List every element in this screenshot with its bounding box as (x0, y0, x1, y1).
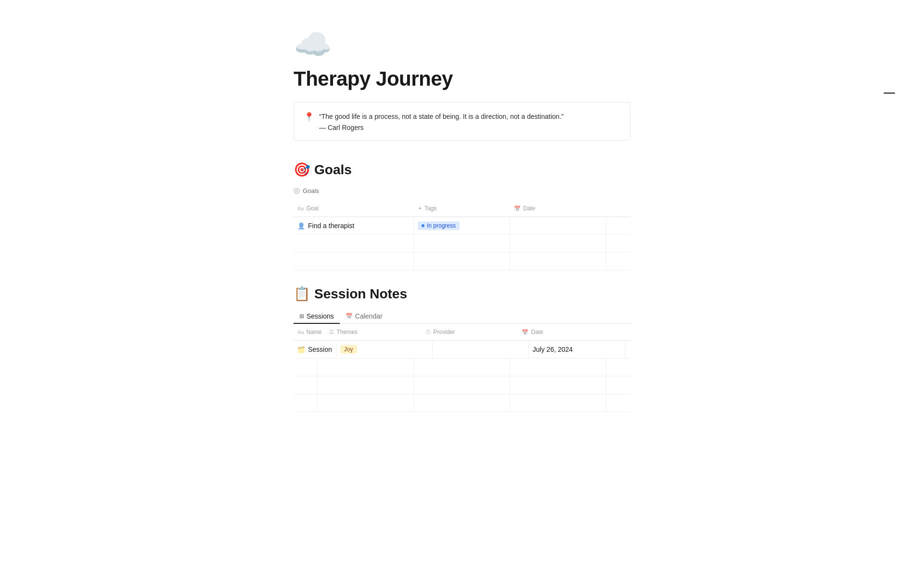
sessions-col-themes: ☰ Themes (325, 327, 422, 337)
sessions-heading: 📋 Session Notes (294, 286, 630, 302)
table-row (294, 253, 630, 270)
session-extra-cell (625, 341, 649, 358)
goal-extra-cell (606, 217, 630, 234)
sessions-col-date: 📅 Date (518, 327, 614, 337)
goals-table-header: Aa Goal ✦ Tags 📅 Date (294, 200, 630, 217)
session-name: 🗂️ Session (297, 346, 332, 353)
session-date-cell[interactable]: July 26, 2024 (529, 341, 625, 358)
page-container: ☁️ Therapy Journey 📍 “The good life is a… (294, 0, 630, 577)
empty-name-cell (294, 253, 414, 270)
joy-badge: Joy (340, 345, 357, 354)
sessions-tabs: ⊞ Sessions 📅 Calendar (294, 309, 630, 324)
quote-emoji: 📍 (304, 112, 314, 122)
empty-date-cell (510, 253, 606, 270)
quote-text: “The good life is a process, not a state… (319, 111, 564, 122)
table-row (294, 359, 630, 376)
goals-db-label-text: Goals (303, 187, 319, 194)
empty-name-cell (294, 235, 414, 252)
sessions-tab-icon: ⊞ (299, 313, 304, 320)
empty-date-cell (510, 235, 606, 252)
svg-point-0 (294, 188, 299, 193)
sessions-col-extra (614, 327, 638, 337)
goals-emoji: 🎯 (294, 162, 310, 178)
quote-author: — Carl Rogers (319, 124, 564, 131)
sessions-table-header: Aa Name ☰ Themes ⏱ Provider 📅 Date (294, 324, 630, 341)
calendar-tab-icon: 📅 (346, 313, 353, 320)
goal-name-cell[interactable]: 👤 Find a therapist (294, 217, 414, 234)
empty-extra-cell (606, 235, 630, 252)
tab-calendar[interactable]: 📅 Calendar (340, 309, 388, 324)
session-provider-cell[interactable] (433, 341, 529, 358)
tab-calendar-label: Calendar (355, 312, 383, 320)
sessions-heading-text: Session Notes (314, 286, 407, 302)
sessions-col-name: Aa Name (294, 327, 325, 337)
goals-col-date: 📅 Date (510, 203, 606, 214)
folder-icon: 🗂️ (297, 346, 305, 353)
table-row[interactable]: 🗂️ Session Joy July 26, 2024 (294, 341, 630, 359)
empty-tags-cell (414, 253, 510, 270)
minimize-button[interactable] (884, 92, 895, 94)
session-name-cell[interactable]: 🗂️ Session (294, 341, 336, 358)
table-row (294, 394, 630, 412)
goals-col-tags: ✦ Tags (414, 203, 510, 214)
table-row (294, 376, 630, 394)
goals-table: Aa Goal ✦ Tags 📅 Date 👤 Find (294, 200, 630, 270)
tab-sessions-label: Sessions (307, 312, 334, 320)
quote-content: “The good life is a process, not a state… (319, 111, 564, 131)
tab-sessions[interactable]: ⊞ Sessions (294, 309, 340, 324)
goals-heading: 🎯 Goals (294, 162, 630, 178)
page-title: Therapy Journey (294, 67, 630, 90)
quote-box: 📍 “The good life is a process, not a sta… (294, 102, 630, 141)
svg-point-1 (295, 190, 298, 192)
page-emoji: ☁️ (294, 29, 630, 60)
goal-tags-cell[interactable]: In progress (414, 217, 510, 234)
goals-col-extra (606, 203, 630, 214)
sessions-table: Aa Name ☰ Themes ⏱ Provider 📅 Date (294, 324, 630, 412)
goal-name: 👤 Find a therapist (297, 222, 355, 230)
in-progress-badge: In progress (418, 221, 460, 230)
goals-section: 🎯 Goals Goals Aa Goal ✦ Tags (294, 162, 630, 270)
sessions-section: 📋 Session Notes ⊞ Sessions 📅 Calendar Aa… (294, 286, 630, 412)
sessions-col-provider: ⏱ Provider (422, 327, 518, 337)
empty-tags-cell (414, 235, 510, 252)
sessions-emoji: 📋 (294, 286, 310, 302)
goal-date-cell[interactable] (510, 217, 606, 234)
person-icon: 👤 (297, 222, 305, 230)
table-row[interactable]: 👤 Find a therapist In progress (294, 217, 630, 235)
table-row (294, 235, 630, 253)
goals-heading-text: Goals (314, 162, 352, 178)
goals-database-label[interactable]: Goals (294, 185, 630, 196)
empty-extra-cell (606, 253, 630, 270)
goals-col-goal: Aa Goal (294, 203, 414, 214)
session-theme-cell[interactable]: Joy (336, 341, 433, 358)
session-date: July 26, 2024 (533, 346, 573, 353)
tag-dot (422, 224, 424, 227)
goals-db-icon (294, 188, 300, 194)
